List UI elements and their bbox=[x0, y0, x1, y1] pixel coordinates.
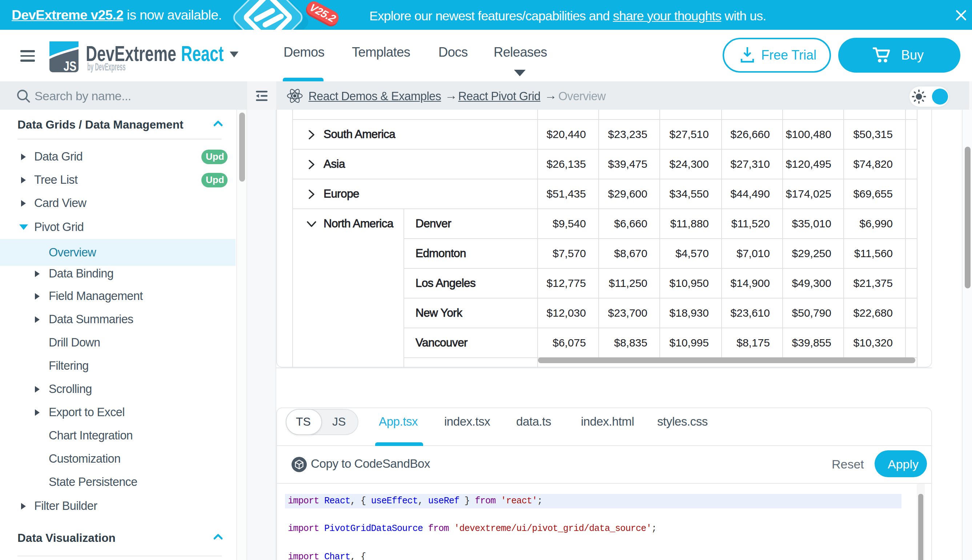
svg-text:JS: JS bbox=[64, 59, 76, 72]
